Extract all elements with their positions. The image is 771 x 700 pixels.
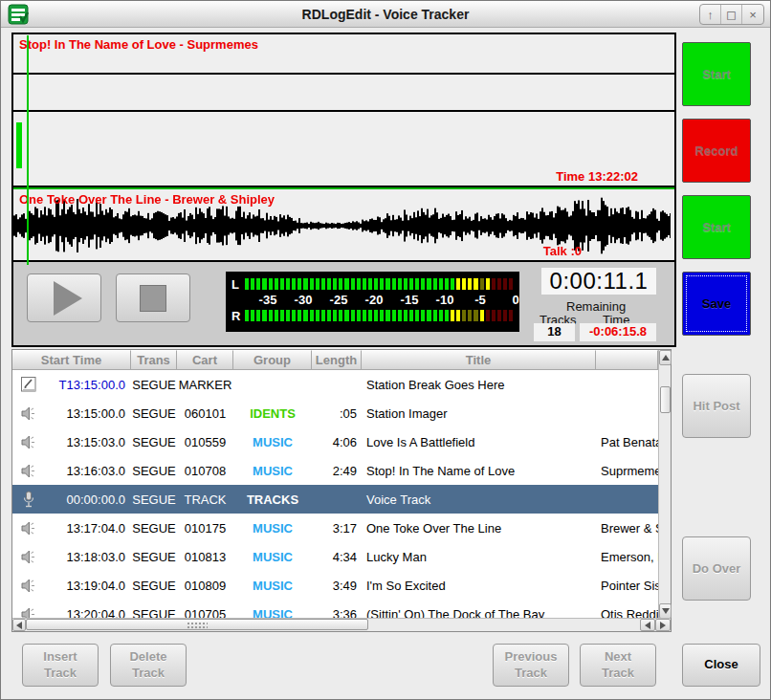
vertical-scrollbar[interactable] (658, 350, 671, 619)
vu-segment (327, 278, 331, 290)
group-cell: MUSIC (233, 550, 312, 564)
start-time-value: 13:19:04.0 (45, 579, 131, 593)
scroll-up-button[interactable] (659, 350, 672, 365)
start-time-cell: 13:15:03.0 (12, 434, 131, 450)
close-window-icon[interactable]: × (742, 5, 763, 24)
column-header-length[interactable]: Length (312, 350, 362, 370)
vu-segment (404, 310, 408, 321)
vu-scale-tick: -30 (295, 293, 313, 307)
vu-segment (357, 278, 361, 290)
column-header-start-time[interactable]: Start Time (12, 350, 131, 370)
trans-cell: SEGUE (131, 464, 177, 478)
vertical-scroll-thumb[interactable] (660, 386, 671, 413)
scroll-right-button[interactable] (655, 619, 671, 631)
speaker-icon (12, 463, 45, 479)
log-row[interactable]: 13:17:04.0SEGUE010175MUSIC3:17One Toke O… (12, 514, 658, 542)
speaker-icon (12, 549, 45, 565)
log-row[interactable]: 13:19:04.0SEGUE010809MUSIC3:49I'm So Exc… (12, 571, 658, 600)
start-time-cell: 00:00:00.0 (12, 491, 131, 509)
vu-segment (509, 310, 513, 321)
log-row[interactable]: T13:15:00.0SEGUEMARKERStation Break Goes… (12, 370, 658, 399)
log-row[interactable]: 13:18:03.0SEGUE010813MUSIC4:34Lucky ManE… (12, 542, 658, 571)
artist-cell: Brewer & Shipley (596, 521, 658, 536)
horizontal-scroll-thumb[interactable] (26, 619, 368, 630)
vu-segment (456, 278, 460, 290)
start-time-value: 13:15:03.0 (45, 435, 131, 449)
delete-track-button[interactable]: Delete Track (110, 644, 187, 687)
start-time-cell: 13:19:04.0 (12, 578, 131, 594)
column-header-title[interactable]: Title (362, 350, 596, 370)
vu-segment (462, 310, 466, 321)
rdlogedit-voice-tracker-window: { "window": { "title": "RDLogEdit - Voic… (0, 0, 771, 700)
vu-segment (427, 278, 430, 290)
length-cell: 4:34 (312, 550, 362, 564)
log-row[interactable]: 13:20:04.0SEGUE010705MUSIC3:36(Sittin' O… (12, 600, 658, 618)
hit-post-button[interactable]: Hit Post (682, 374, 751, 438)
left-arrow-icon (16, 622, 22, 629)
length-cell: 3:36 (312, 607, 362, 619)
maximize-window-icon[interactable]: ◻ (721, 5, 742, 24)
scroll-track[interactable] (368, 619, 640, 631)
vu-segment (398, 278, 402, 290)
log-row[interactable]: 13:15:03.0SEGUE010559MUSIC4:06Love Is A … (12, 427, 658, 456)
scroll-left-button[interactable] (12, 619, 26, 631)
start-time-value: 13:16:03.0 (45, 464, 131, 478)
vu-segment (321, 278, 325, 290)
record-button[interactable]: Record (682, 119, 751, 183)
start-time-value: 13:15:00.0 (45, 406, 131, 421)
vu-segment (497, 310, 501, 321)
thumb-grip (187, 622, 208, 629)
cut1-waveform-display: Stop! In The Name of Love - Suprmemes (13, 34, 674, 112)
trans-cell: SEGUE (131, 521, 177, 536)
start-2-button[interactable]: Start (682, 195, 751, 259)
title-cell: Station Break Goes Here (362, 378, 596, 392)
previous-track-button[interactable]: Previous Track (493, 644, 569, 687)
artist-cell: Pat Benatar (596, 435, 658, 449)
microphone-icon (12, 491, 45, 509)
vu-segment (316, 310, 319, 321)
log-row[interactable]: 13:16:03.0SEGUE010708MUSIC2:49Stop! In T… (12, 456, 658, 485)
vu-segment (321, 310, 325, 321)
horizontal-scrollbar[interactable] (12, 618, 671, 631)
vu-segment (445, 278, 449, 290)
vu-segment (286, 310, 290, 321)
play-icon (54, 281, 82, 316)
length-cell: :05 (312, 406, 362, 421)
stop-button[interactable] (116, 273, 190, 322)
column-header-group[interactable]: Group (233, 350, 312, 370)
log-row[interactable]: 00:00:00.0SEGUETRACKTRACKSVoice Track (12, 485, 658, 514)
elapsed-time-display: 0:00:11.1 (541, 268, 656, 295)
vu-meter: L -35-30-25-20-15-10-50 R (226, 272, 519, 332)
vu-segment (245, 310, 249, 321)
length-cell: 2:49 (312, 464, 362, 478)
column-header-cart[interactable]: Cart (177, 350, 233, 370)
window-titlebar: RDLogEdit - Voice Tracker ↑ ◻ × (1, 1, 770, 28)
insert-track-button[interactable]: Insert Track (22, 644, 99, 687)
do-over-button[interactable]: Do Over (682, 536, 751, 601)
record-level-bar (16, 122, 22, 168)
vu-segment (269, 310, 273, 321)
vu-segment (427, 310, 430, 321)
next-track-button[interactable]: Next Track (580, 644, 656, 687)
vu-segment (433, 278, 437, 290)
vu-segment (486, 278, 490, 290)
cart-cell: 010175 (177, 521, 233, 536)
vu-segment (286, 278, 290, 290)
vu-segment (392, 310, 396, 321)
vu-scale-tick: -5 (474, 293, 486, 307)
log-row[interactable]: 13:15:00.0SEGUE060101IDENTS:05Station Im… (12, 399, 658, 427)
play-button[interactable] (27, 273, 101, 322)
column-header-artist[interactable] (596, 350, 658, 370)
voice-tracker-panel: Stop! In The Name of Love - Suprmemes Ti… (11, 33, 676, 347)
scroll-down-button[interactable] (659, 603, 672, 619)
close-button[interactable]: Close (682, 644, 760, 687)
vu-segment (251, 278, 254, 290)
scroll-left-button-2[interactable] (640, 619, 655, 631)
shade-window-icon[interactable]: ↑ (700, 5, 721, 24)
start-1-button[interactable]: Start (682, 42, 751, 106)
length-cell: 3:49 (312, 579, 362, 593)
column-header-trans[interactable]: Trans (131, 350, 177, 370)
vu-segment (421, 278, 425, 290)
save-button[interactable]: Save (682, 272, 751, 336)
vu-segment (503, 310, 507, 321)
